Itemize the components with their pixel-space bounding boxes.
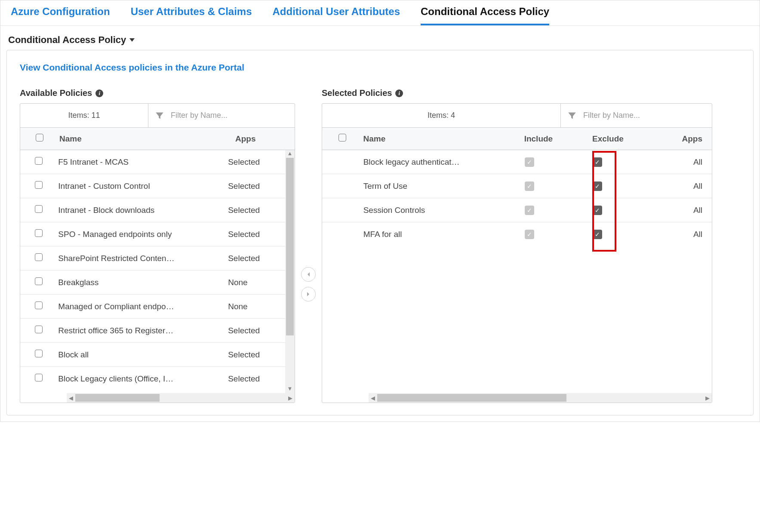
exclude-checkbox[interactable]: ✓ [593,181,602,191]
table-row: Block allSelected [20,343,285,367]
policy-name: Session Controls [358,198,520,222]
row-checkbox[interactable] [35,181,43,189]
policy-name: Intranet - Custom Control [53,174,223,198]
selected-select-all-checkbox[interactable] [338,134,346,141]
row-checkbox[interactable] [35,205,43,213]
col-header-include[interactable]: Include [519,128,587,150]
row-checkbox[interactable] [35,277,43,285]
row-checkbox[interactable] [35,326,43,333]
policy-name: SharePoint Restricted Conten… [53,246,223,271]
available-select-all-checkbox[interactable] [36,134,43,141]
chevron-right-icon [306,292,311,297]
available-filter-input[interactable] [170,111,288,120]
row-checkbox[interactable] [35,374,43,381]
scroll-right-icon[interactable]: ▶ [286,395,295,401]
scroll-up-icon[interactable]: ▲ [285,150,295,158]
vertical-scrollbar[interactable]: ▲ ▼ [285,150,295,393]
policy-name: Block Legacy clients (Office, I… [53,367,223,391]
policy-name: F5 Intranet - MCAS [53,150,223,174]
filter-icon [568,111,576,120]
policy-apps: None [223,271,285,295]
selected-items-count: Items: 4 [322,104,561,127]
policy-apps: All [662,198,712,222]
policy-apps: None [223,295,285,319]
section-dropdown[interactable]: Conditional Access Policy [0,26,760,50]
chevron-left-icon [306,272,311,277]
policy-apps: All [662,174,712,198]
include-checkbox: ✓ [525,157,534,167]
policy-apps: Selected [223,174,285,198]
table-row: F5 Intranet - MCASSelected [20,150,285,174]
exclude-checkbox[interactable]: ✓ [593,206,602,215]
row-checkbox[interactable] [35,157,43,165]
policy-apps: Selected [223,198,285,222]
table-row: SharePoint Restricted Conten…Selected [20,246,285,271]
selected-filter-input[interactable] [582,111,705,120]
scroll-left-icon[interactable]: ◀ [369,395,377,401]
policy-name: MFA for all [358,222,520,246]
row-checkbox[interactable] [35,253,43,261]
scroll-down-icon[interactable]: ▼ [285,385,295,393]
tab-conditional-access-policy[interactable]: Conditional Access Policy [421,6,549,25]
tab-user-attributes-claims[interactable]: User Attributes & Claims [131,6,252,25]
scroll-left-icon[interactable]: ◀ [67,395,75,401]
policy-apps: Selected [223,150,285,174]
policy-name: Block legacy authenticat… [358,150,520,174]
col-header-apps[interactable]: Apps [662,128,712,150]
exclude-checkbox[interactable]: ✓ [593,230,602,239]
tab-additional-user-attributes[interactable]: Additional User Attributes [273,6,400,25]
col-header-name[interactable]: Name [358,128,519,150]
available-title: Available Policies [20,88,92,98]
tab-bar: Azure Configuration User Attributes & Cl… [0,0,760,26]
row-checkbox[interactable] [35,229,43,237]
move-right-button[interactable] [301,287,316,301]
table-row: Term of Use ✓ ✓ All [322,174,712,198]
table-row: Block legacy authenticat… ✓ ✓ All [322,150,712,174]
info-icon: i [395,89,403,97]
table-row: Session Controls ✓ ✓ All [322,198,712,222]
table-row: Managed or Compliant endpo…None [20,295,285,319]
policy-name: Block all [53,343,223,367]
policy-apps: All [662,150,712,174]
policy-name: Restrict office 365 to Register… [53,319,223,343]
available-items-count: Items: 11 [20,104,148,127]
policy-name: SPO - Managed endpoints only [53,222,223,246]
policy-name: Intranet - Block downloads [53,198,223,222]
policy-apps: Selected [223,343,285,367]
policy-apps: Selected [223,367,285,391]
include-checkbox: ✓ [525,206,534,215]
policy-apps: All [662,222,712,246]
table-row: Intranet - Custom ControlSelected [20,174,285,198]
scroll-right-icon[interactable]: ▶ [703,395,712,401]
azure-portal-link[interactable]: View Conditional Access policies in the … [20,62,740,73]
horizontal-scrollbar[interactable]: ◀ ▶ [67,393,295,403]
section-title: Conditional Access Policy [8,34,126,46]
include-checkbox: ✓ [525,181,534,191]
include-checkbox: ✓ [525,230,534,239]
row-checkbox[interactable] [35,350,43,357]
caret-down-icon [129,38,135,42]
table-row: Restrict office 365 to Register…Selected [20,319,285,343]
table-row: Block Legacy clients (Office, I…Selected [20,367,285,391]
exclude-checkbox[interactable]: ✓ [593,157,602,167]
policy-name: Breakglass [53,271,223,295]
col-header-name[interactable]: Name [54,128,230,150]
policy-apps: Selected [223,222,285,246]
filter-icon [155,111,164,120]
selected-title: Selected Policies [322,88,392,98]
table-row: SPO - Managed endpoints onlySelected [20,222,285,246]
horizontal-scrollbar[interactable]: ◀ ▶ [369,393,712,403]
policy-apps: Selected [223,319,285,343]
tab-azure-configuration[interactable]: Azure Configuration [11,6,110,25]
col-header-apps[interactable]: Apps [230,128,295,150]
row-checkbox[interactable] [35,301,43,309]
move-left-button[interactable] [301,267,316,282]
policy-name: Term of Use [358,174,520,198]
table-row: MFA for all ✓ ✓ All [322,222,712,246]
table-row: Intranet - Block downloadsSelected [20,198,285,222]
policy-name: Managed or Compliant endpo… [53,295,223,319]
policy-apps: Selected [223,246,285,271]
table-row: BreakglassNone [20,271,285,295]
col-header-exclude[interactable]: Exclude [587,128,662,150]
info-icon: i [95,89,103,97]
